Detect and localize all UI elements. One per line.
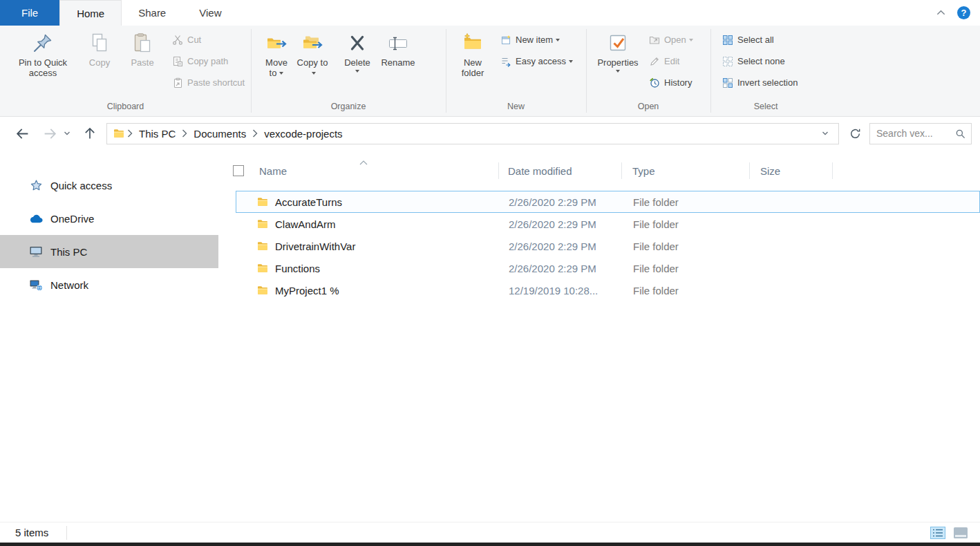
edit-button[interactable]: Edit: [646, 50, 697, 72]
file-name-cell: DrivetrainWithVar: [236, 241, 500, 252]
file-type: File folder: [623, 196, 751, 208]
organize-group-label: Organize: [251, 101, 446, 116]
copy-button[interactable]: Copy: [83, 26, 116, 68]
delete-label: Delete: [344, 57, 370, 68]
file-row[interactable]: ClawAndArm2/26/2020 2:29 PMFile folder: [236, 213, 980, 235]
easy-access-label: Easy access: [516, 56, 566, 66]
status-divider: [66, 526, 67, 540]
file-type: File folder: [623, 285, 751, 296]
breadcrumb-item[interactable]: vexcode-projects: [259, 128, 347, 140]
file-name-cell: AccurateTurns: [236, 196, 500, 208]
sidebar-item-network[interactable]: Network: [0, 268, 218, 301]
tab-bar-right-controls: ?: [936, 0, 980, 26]
file-list-header: Name Date modified Type Size: [228, 158, 980, 184]
column-header-type-label: Type: [632, 165, 655, 177]
collapse-ribbon-icon[interactable]: [936, 8, 946, 18]
clipboard-group-label: Clipboard: [0, 101, 251, 116]
tab-file[interactable]: File: [0, 0, 59, 26]
select-all-label: Select all: [737, 35, 774, 45]
select-all-button[interactable]: Select all: [719, 29, 801, 50]
invert-selection-icon: [722, 77, 733, 88]
cut-icon: [172, 35, 183, 46]
sidebar-item-onedrive[interactable]: OneDrive: [0, 202, 218, 235]
column-header-name-label: Name: [259, 165, 287, 177]
copy-to-button[interactable]: Copy to: [296, 26, 328, 79]
breadcrumb-item[interactable]: Documents: [189, 128, 251, 140]
up-button[interactable]: [80, 124, 100, 143]
paste-icon: [131, 32, 153, 54]
pin-to-quick-access-button[interactable]: Pin to Quick access: [12, 26, 73, 79]
select-all-icon: [722, 35, 733, 46]
onedrive-cloud-icon: [28, 211, 44, 226]
easy-access-button[interactable]: Easy access: [497, 50, 576, 72]
copy-path-button[interactable]: Copy path: [169, 50, 248, 72]
file-date-modified: 2/26/2020 2:29 PM: [500, 196, 623, 208]
open-label: Open: [664, 35, 686, 45]
new-group-label: New: [446, 101, 586, 116]
details-view-button[interactable]: [928, 524, 948, 542]
open-group-label: Open: [586, 101, 710, 116]
move-to-button[interactable]: Move to: [261, 26, 292, 79]
paste-shortcut-button[interactable]: Paste shortcut: [169, 72, 248, 93]
select-none-button[interactable]: Select none: [719, 50, 801, 72]
ribbon-group-clipboard: Pin to Quick access Copy Paste Cut: [0, 26, 251, 116]
file-name: DrivetrainWithVar: [275, 241, 355, 252]
tab-view[interactable]: View: [182, 0, 238, 26]
search-icon[interactable]: [955, 128, 966, 139]
file-date-modified: 12/19/2019 10:28...: [500, 285, 623, 296]
sidebar-item-label: OneDrive: [50, 213, 94, 225]
file-row[interactable]: Functions2/26/2020 2:29 PMFile folder: [236, 257, 980, 279]
file-row[interactable]: DrivetrainWithVar2/26/2020 2:29 PMFile f…: [236, 235, 980, 257]
sidebar-item-this-pc[interactable]: This PC: [0, 235, 218, 268]
column-header-name[interactable]: Name: [228, 158, 499, 184]
breadcrumb[interactable]: This PCDocumentsvexcode-projects: [106, 123, 839, 144]
new-item-button[interactable]: New item: [497, 29, 576, 50]
forward-button[interactable]: [40, 124, 59, 143]
copy-path-icon: [172, 56, 183, 67]
refresh-button[interactable]: [845, 123, 865, 144]
sidebar-item-quick-access[interactable]: Quick access: [0, 169, 218, 202]
cut-button[interactable]: Cut: [169, 29, 248, 50]
delete-icon: [346, 32, 368, 54]
properties-label: Properties: [597, 57, 638, 68]
recent-locations-chevron-icon[interactable]: [61, 124, 73, 143]
rename-label: Rename: [381, 57, 415, 68]
file-name: MyProject1 %: [275, 285, 339, 296]
rename-button[interactable]: Rename: [377, 26, 420, 68]
search-input[interactable]: [876, 128, 955, 139]
view-toggles: [928, 524, 974, 542]
history-button[interactable]: History: [646, 72, 697, 93]
delete-button[interactable]: Delete: [339, 26, 375, 73]
back-button[interactable]: [12, 124, 32, 143]
history-icon: [649, 77, 660, 88]
paste-label: Paste: [131, 57, 153, 68]
column-header-date-modified[interactable]: Date modified: [499, 158, 622, 184]
file-type: File folder: [623, 241, 751, 252]
new-folder-button[interactable]: New folder: [453, 26, 493, 79]
paste-button[interactable]: Paste: [124, 26, 160, 68]
ribbon-group-new: New folder New item Easy access New: [446, 26, 586, 116]
breadcrumb-chevron-icon[interactable]: [251, 129, 259, 138]
invert-selection-button[interactable]: Invert selection: [719, 72, 801, 93]
column-header-type[interactable]: Type: [622, 158, 750, 184]
breadcrumb-item[interactable]: This PC: [134, 128, 180, 140]
column-header-size[interactable]: Size: [750, 158, 833, 184]
file-row[interactable]: MyProject1 %12/19/2019 10:28...File fold…: [236, 279, 980, 301]
help-icon[interactable]: ?: [957, 6, 970, 19]
file-row[interactable]: AccurateTurns2/26/2020 2:29 PMFile folde…: [236, 191, 980, 213]
address-dropdown-chevron-icon[interactable]: [816, 129, 834, 138]
paste-shortcut-label: Paste shortcut: [187, 77, 245, 88]
thumbnail-view-button[interactable]: [951, 524, 970, 542]
address-folder-icon: [113, 128, 124, 139]
file-name: AccurateTurns: [275, 196, 342, 208]
folder-icon: [257, 263, 268, 274]
file-type: File folder: [623, 218, 751, 230]
open-button[interactable]: Open: [646, 29, 697, 50]
breadcrumb-chevron-icon[interactable]: [180, 129, 189, 138]
tab-share[interactable]: Share: [122, 0, 182, 26]
tab-home[interactable]: Home: [59, 0, 122, 26]
properties-button[interactable]: Properties: [593, 26, 643, 73]
folder-icon: [257, 218, 268, 229]
breadcrumb-chevron-icon[interactable]: [126, 129, 134, 138]
copy-label: Copy: [89, 57, 110, 68]
